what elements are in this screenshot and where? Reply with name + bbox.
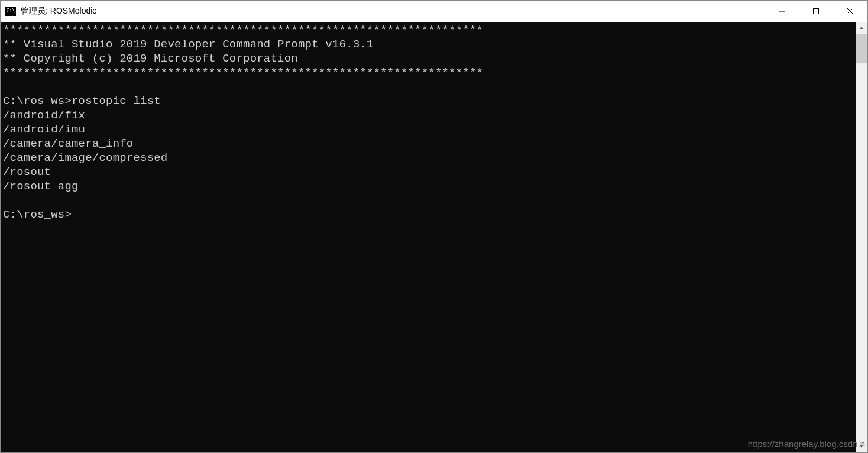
close-button[interactable] (833, 1, 867, 22)
svg-marker-5 (860, 445, 863, 448)
window-controls (765, 1, 867, 22)
chevron-up-icon (859, 25, 864, 30)
vertical-scrollbar[interactable] (856, 22, 867, 452)
minimize-icon (778, 8, 785, 15)
window-title: 管理员: ROSMelodic (21, 6, 765, 17)
client-area: ****************************************… (1, 22, 867, 452)
chevron-down-icon (859, 444, 864, 449)
scroll-down-button[interactable] (856, 441, 867, 452)
cmd-icon: C:\ (5, 7, 16, 16)
scroll-up-button[interactable] (856, 22, 867, 34)
cmd-icon-glyph: C:\ (7, 9, 15, 14)
svg-marker-4 (860, 27, 863, 29)
maximize-button[interactable] (799, 1, 833, 22)
scrollbar-thumb[interactable] (856, 34, 867, 63)
close-icon (847, 8, 854, 15)
maximize-icon (812, 8, 820, 15)
terminal-output[interactable]: ****************************************… (1, 22, 856, 452)
window-frame: C:\ 管理员: ROSMelodic ********************… (0, 0, 868, 453)
titlebar[interactable]: C:\ 管理员: ROSMelodic (1, 1, 867, 22)
svg-rect-1 (814, 9, 819, 14)
minimize-button[interactable] (765, 1, 799, 22)
